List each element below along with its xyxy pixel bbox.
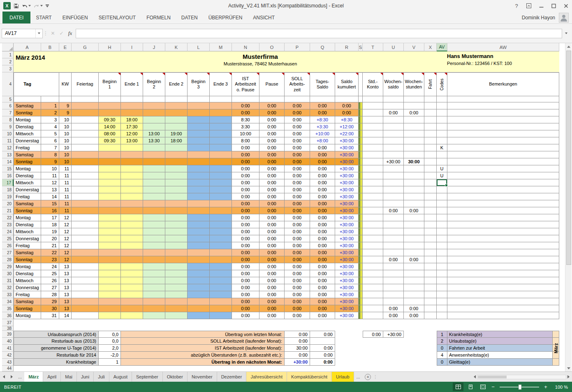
cell-bemerkungen[interactable] bbox=[447, 249, 559, 256]
cell-day-name[interactable]: Mittwoch bbox=[14, 179, 41, 186]
cell-fahrt[interactable] bbox=[424, 277, 437, 284]
cell-ende-1[interactable] bbox=[121, 270, 143, 277]
cell-ist-arbeitszeit[interactable]: 0:00 bbox=[232, 228, 259, 235]
cell-ende-1[interactable] bbox=[121, 193, 143, 200]
cell-ende-2[interactable]: 18:00 bbox=[165, 137, 188, 144]
cell-day-name[interactable]: Sonntag bbox=[14, 158, 41, 165]
row-header-30[interactable]: 30 bbox=[2, 270, 14, 277]
maximize-button[interactable] bbox=[547, 0, 560, 12]
cell-soll-arbeitszeit[interactable]: 0:00 bbox=[285, 165, 310, 172]
column-header-V[interactable]: V bbox=[404, 43, 424, 51]
cell-wochen-saldo[interactable] bbox=[383, 144, 404, 151]
undo-dropdown-icon[interactable] bbox=[28, 5, 31, 7]
cell-ende-2[interactable] bbox=[165, 277, 188, 284]
cell-beginn-1[interactable]: 08:00 bbox=[99, 130, 121, 137]
empty-cell[interactable] bbox=[335, 96, 359, 102]
header-beginn-2[interactable]: Beginn 2 bbox=[143, 72, 165, 96]
cell-kw[interactable]: 9 bbox=[59, 109, 72, 116]
scroll-right-icon[interactable] bbox=[567, 375, 570, 378]
cell-wochen-saldo[interactable] bbox=[383, 116, 404, 123]
cell-ende-3[interactable] bbox=[210, 130, 232, 137]
cell-day-number[interactable]: 7 bbox=[41, 144, 59, 151]
cell-beginn-3[interactable] bbox=[188, 172, 210, 179]
cell-ist-arbeitszeit[interactable]: 0:00 bbox=[232, 235, 259, 242]
vertical-scrollbar-thumb[interactable] bbox=[566, 51, 571, 265]
cell-beginn-1[interactable]: 14:00 bbox=[99, 123, 121, 130]
cell-ende-2[interactable] bbox=[165, 123, 188, 130]
cell-ende-2[interactable] bbox=[165, 298, 188, 305]
cell-std-konto[interactable] bbox=[363, 298, 383, 305]
cell-soll-arbeitszeit[interactable]: 0:00 bbox=[285, 249, 310, 256]
cell-day-name[interactable]: Sonntag bbox=[14, 109, 41, 116]
cell-ende-2[interactable] bbox=[165, 200, 188, 207]
summary-mid-value-q[interactable]: 0:00 bbox=[310, 352, 335, 359]
cell-ende-2[interactable] bbox=[165, 235, 188, 242]
cell-soll-arbeitszeit[interactable]: 0:00 bbox=[285, 109, 310, 116]
cell-kw[interactable]: 11 bbox=[59, 165, 72, 172]
cell-beginn-2[interactable] bbox=[143, 221, 165, 228]
cell-marker[interactable] bbox=[359, 277, 363, 284]
empty-cell[interactable] bbox=[259, 96, 285, 102]
header-ende-1[interactable]: Ende 1 bbox=[121, 72, 143, 96]
formula-bar-drag-handle[interactable]: ⋮ bbox=[43, 30, 49, 36]
cell-beginn-3[interactable] bbox=[188, 151, 210, 158]
cell-ist-arbeitszeit[interactable]: 0:00 bbox=[232, 200, 259, 207]
cell-wochen-stunden[interactable] bbox=[404, 284, 424, 291]
ribbon-tab-daten[interactable]: DATEN bbox=[176, 12, 203, 23]
cell-wochen-saldo[interactable] bbox=[383, 249, 404, 256]
cell-beginn-3[interactable] bbox=[188, 277, 210, 284]
cell-std-konto[interactable] bbox=[363, 291, 383, 298]
cell-saldo-kumuliert[interactable]: +30:00 bbox=[335, 249, 359, 256]
empty-cell[interactable] bbox=[121, 96, 143, 102]
cell-std-konto[interactable] bbox=[363, 277, 383, 284]
insert-function-button[interactable]: fx bbox=[66, 29, 74, 38]
cell-bemerkungen[interactable] bbox=[447, 305, 559, 312]
cell-marker[interactable] bbox=[359, 305, 363, 312]
cell-day-number[interactable]: 18 bbox=[41, 221, 59, 228]
cell-beginn-1[interactable] bbox=[99, 284, 121, 291]
cell-soll-arbeitszeit[interactable]: 0:00 bbox=[285, 102, 310, 109]
cell-tages-saldo[interactable]: 0:00 bbox=[310, 270, 335, 277]
empty-cell[interactable] bbox=[210, 96, 232, 102]
cell-ende-1[interactable] bbox=[121, 249, 143, 256]
cell-ist-arbeitszeit[interactable]: 0:00 bbox=[232, 256, 259, 263]
cell-beginn-2[interactable] bbox=[143, 312, 165, 319]
empty-cell[interactable] bbox=[41, 96, 59, 102]
cell-beginn-2[interactable] bbox=[143, 291, 165, 298]
cell-bemerkungen[interactable] bbox=[447, 130, 559, 137]
cell-ende-3[interactable] bbox=[210, 284, 232, 291]
cell-day-number[interactable]: 4 bbox=[41, 123, 59, 130]
cell-marker[interactable] bbox=[359, 298, 363, 305]
cell-kw[interactable]: 13 bbox=[59, 277, 72, 284]
cell-day-name[interactable]: Donnerstag bbox=[14, 186, 41, 193]
cell-ist-arbeitszeit[interactable]: 0:00 bbox=[232, 312, 259, 319]
selected-cell-av17[interactable] bbox=[437, 179, 447, 186]
cell-saldo-kumuliert[interactable]: +8:30 bbox=[335, 116, 359, 123]
cell-marker[interactable] bbox=[359, 102, 363, 109]
cell-kw[interactable]: 12 bbox=[59, 228, 72, 235]
row-header-20[interactable]: 20 bbox=[2, 200, 14, 207]
cell-soll-arbeitszeit[interactable]: 0:00 bbox=[285, 151, 310, 158]
column-header-A[interactable]: A bbox=[14, 43, 41, 51]
column-header-R[interactable]: R bbox=[335, 43, 359, 51]
cell-beginn-2[interactable] bbox=[143, 263, 165, 270]
cell-saldo-kumuliert[interactable]: +30:00 bbox=[335, 298, 359, 305]
cell-std-konto[interactable] bbox=[363, 228, 383, 235]
row-header-18[interactable]: 18 bbox=[2, 186, 14, 193]
cell-marker[interactable] bbox=[359, 249, 363, 256]
cell-beginn-2[interactable] bbox=[143, 172, 165, 179]
cell-wochen-saldo[interactable] bbox=[383, 263, 404, 270]
summary-value[interactable]: -2,0 bbox=[99, 352, 121, 359]
cell-wochen-saldo[interactable] bbox=[383, 137, 404, 144]
cell-beginn-2[interactable] bbox=[143, 249, 165, 256]
cell-beginn-2[interactable] bbox=[143, 151, 165, 158]
row-header-39[interactable]: 39 bbox=[2, 331, 14, 338]
cell-ist-arbeitszeit[interactable]: 0:00 bbox=[232, 284, 259, 291]
cell-beginn-2[interactable] bbox=[143, 200, 165, 207]
zoom-out-button[interactable]: − bbox=[490, 384, 496, 390]
cell-ende-3[interactable] bbox=[210, 186, 232, 193]
cell-bemerkungen[interactable] bbox=[447, 144, 559, 151]
cell-soll-arbeitszeit[interactable]: 0:00 bbox=[285, 179, 310, 186]
cell-tages-saldo[interactable]: 0:00 bbox=[310, 277, 335, 284]
cell-ende-2[interactable] bbox=[165, 207, 188, 214]
